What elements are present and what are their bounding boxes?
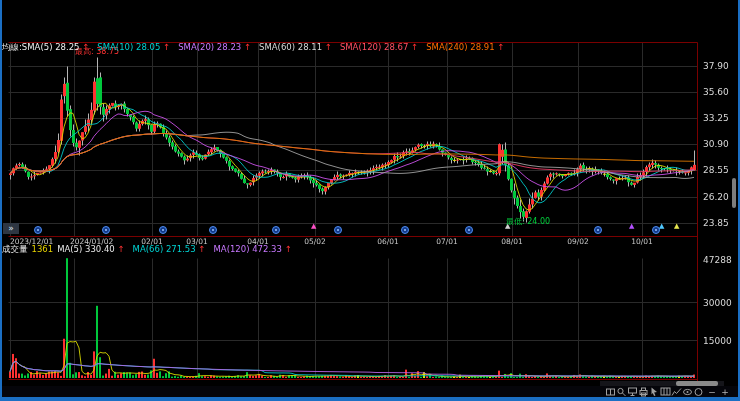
ma-legend-item: SMA(60) 28.11 ↑ bbox=[259, 42, 336, 52]
grid-chart-icon[interactable] bbox=[660, 387, 671, 397]
ma-legend-item: SMA(120) 28.67 ↑ bbox=[340, 42, 422, 52]
panel-icon[interactable] bbox=[605, 387, 616, 397]
ma-legend-item: SMA(20) 28.23 ↑ bbox=[178, 42, 255, 52]
print-icon[interactable] bbox=[638, 387, 649, 397]
monitor-icon[interactable] bbox=[627, 387, 638, 397]
price-volume-chart[interactable] bbox=[0, 0, 740, 401]
window-border-left bbox=[0, 0, 2, 401]
window-border-bottom bbox=[0, 397, 740, 401]
app-window: 技術分析-毛寶 ─ □ × ⊕ 毛寶 29.05 ▲1.05(+3.75%) 單… bbox=[0, 0, 740, 401]
ma-legend-item: SMA(10) 28.05 ↑ bbox=[97, 42, 174, 52]
expander-button[interactable]: » bbox=[3, 223, 19, 234]
volume-legend: 成交量1361MA(5) 330.40 ↑MA(66) 271.53 ↑MA(1… bbox=[2, 244, 702, 256]
zoom-out-button[interactable]: − bbox=[707, 387, 717, 397]
volume-ma-legend-item: MA(66) 271.53 ↑ bbox=[133, 244, 210, 254]
zoom-area-icon[interactable] bbox=[616, 387, 627, 397]
trend-icon[interactable] bbox=[671, 387, 682, 397]
bottom-toolbar: − + bbox=[2, 386, 738, 397]
volume-ma-legend-item: MA(120) 472.33 ↑ bbox=[213, 244, 295, 254]
cursor-icon[interactable] bbox=[649, 387, 660, 397]
eye-icon[interactable] bbox=[682, 387, 693, 397]
volume-value: 1361 bbox=[32, 244, 54, 254]
volume-label: 成交量 bbox=[2, 244, 28, 254]
ma-legend-item: SMA(240) 28.91 ↑ bbox=[426, 42, 508, 52]
circle-marker-icon[interactable] bbox=[693, 387, 704, 397]
vertical-scrollbar-thumb[interactable] bbox=[732, 178, 736, 208]
ma-legend: 均線:SMA(5) 28.25 ↑SMA(10) 28.05 ↑SMA(20) … bbox=[2, 42, 702, 54]
ma-legend-item: 均線:SMA(5) 28.25 ↑ bbox=[2, 42, 93, 52]
volume-ma-legend-item: MA(5) 330.40 ↑ bbox=[57, 244, 128, 254]
zoom-in-button[interactable]: + bbox=[720, 387, 730, 397]
